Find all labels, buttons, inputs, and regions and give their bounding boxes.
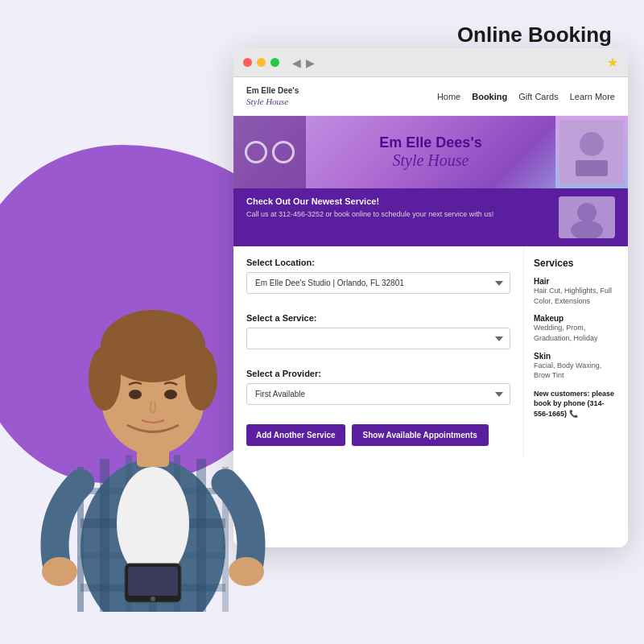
promo-banner: Check Out Our Newest Service! Call us at… bbox=[233, 188, 628, 246]
site-nav-links: Home Booking Gift Cards Learn More bbox=[437, 92, 615, 101]
hero-banner: Em Elle Dees's Style House bbox=[233, 116, 628, 188]
skin-category-items: Facial, Body Waxing, Brow Tint bbox=[534, 361, 618, 381]
nav-link-giftcards[interactable]: Gift Cards bbox=[518, 92, 559, 101]
makeup-category-items: Wedding, Prom, Graduation, Holiday bbox=[534, 323, 618, 343]
new-customers-notice: New customers: please book by phone (314… bbox=[534, 389, 618, 419]
svg-point-29 bbox=[577, 203, 597, 222]
hero-circle-1 bbox=[245, 141, 267, 163]
services-sidebar: Services Hair Hair Cut, Highlights, Full… bbox=[523, 246, 628, 457]
browser-dot-green[interactable] bbox=[270, 58, 279, 67]
hero-left-decoration bbox=[233, 116, 306, 188]
service-category-hair: Hair Hair Cut, Highlights, Full Color, E… bbox=[534, 277, 618, 306]
site-nav: Em Elle Dee's Style House Home Booking G… bbox=[233, 77, 628, 116]
browser-chrome: ◀ ▶ ★ bbox=[233, 48, 628, 77]
hero-right-decoration bbox=[555, 116, 628, 188]
hair-category-items: Hair Cut, Highlights, Full Color, Extens… bbox=[534, 286, 618, 306]
svg-point-20 bbox=[42, 557, 77, 586]
bookmark-star-icon[interactable]: ★ bbox=[607, 55, 618, 70]
svg-point-26 bbox=[580, 132, 604, 156]
svg-point-17 bbox=[185, 346, 217, 411]
svg-point-16 bbox=[89, 346, 121, 411]
browser-nav: ◀ ▶ bbox=[292, 56, 315, 69]
site-logo: Em Elle Dee's Style House bbox=[246, 85, 299, 107]
svg-point-24 bbox=[151, 597, 155, 601]
nav-link-home[interactable]: Home bbox=[437, 92, 460, 101]
show-appointments-button[interactable]: Show Available Appointments bbox=[352, 424, 489, 446]
person-illustration bbox=[24, 193, 282, 612]
service-category-makeup: Makeup Wedding, Prom, Graduation, Holida… bbox=[534, 314, 618, 343]
provider-select[interactable]: First Available bbox=[246, 383, 510, 405]
hero-circles bbox=[245, 141, 295, 163]
skin-category-title: Skin bbox=[534, 352, 618, 361]
svg-point-19 bbox=[164, 390, 177, 399]
provider-label: Select a Provider: bbox=[246, 369, 510, 378]
browser-dot-yellow[interactable] bbox=[257, 58, 266, 67]
service-category-skin: Skin Facial, Body Waxing, Brow Tint bbox=[534, 352, 618, 381]
nav-link-learnmore[interactable]: Learn More bbox=[570, 92, 615, 101]
svg-rect-23 bbox=[128, 567, 178, 596]
location-select[interactable]: Em Elle Dee's Studio | Orlando, FL 32801 bbox=[246, 272, 510, 294]
website-content: Em Elle Dee's Style House Home Booking G… bbox=[233, 77, 628, 547]
location-group: Select Location: Em Elle Dee's Studio | … bbox=[246, 258, 510, 303]
makeup-category-title: Makeup bbox=[534, 314, 618, 323]
form-buttons: Add Another Service Show Available Appoi… bbox=[246, 424, 510, 446]
promo-title: Check Out Our Newest Service! bbox=[246, 196, 551, 206]
hero-circle-2 bbox=[272, 141, 295, 163]
nav-back-icon[interactable]: ◀ bbox=[292, 56, 301, 69]
svg-point-21 bbox=[229, 557, 264, 586]
browser-dot-red[interactable] bbox=[243, 58, 252, 67]
svg-point-12 bbox=[117, 467, 189, 580]
main-content: Select Location: Em Elle Dee's Studio | … bbox=[233, 246, 628, 457]
service-group: Select a Service: bbox=[246, 313, 510, 359]
provider-group: Select a Provider: First Available bbox=[246, 369, 510, 415]
service-label: Select a Service: bbox=[246, 313, 510, 323]
browser-window: ◀ ▶ ★ Em Elle Dee's Style House Home Boo… bbox=[233, 48, 628, 547]
service-select[interactable] bbox=[246, 328, 510, 349]
nav-link-booking[interactable]: Booking bbox=[472, 92, 507, 101]
location-label: Select Location: bbox=[246, 258, 510, 267]
sidebar-title: Services bbox=[534, 258, 618, 269]
promo-image bbox=[559, 196, 615, 238]
nav-forward-icon[interactable]: ▶ bbox=[306, 56, 315, 69]
promo-description: Call us at 312-456-3252 or book online t… bbox=[246, 209, 551, 220]
svg-point-18 bbox=[129, 390, 142, 399]
page-title: Online Booking bbox=[457, 23, 612, 47]
svg-rect-27 bbox=[576, 160, 608, 176]
hair-category-title: Hair bbox=[534, 277, 618, 286]
promo-text: Check Out Our Newest Service! Call us at… bbox=[246, 196, 551, 238]
